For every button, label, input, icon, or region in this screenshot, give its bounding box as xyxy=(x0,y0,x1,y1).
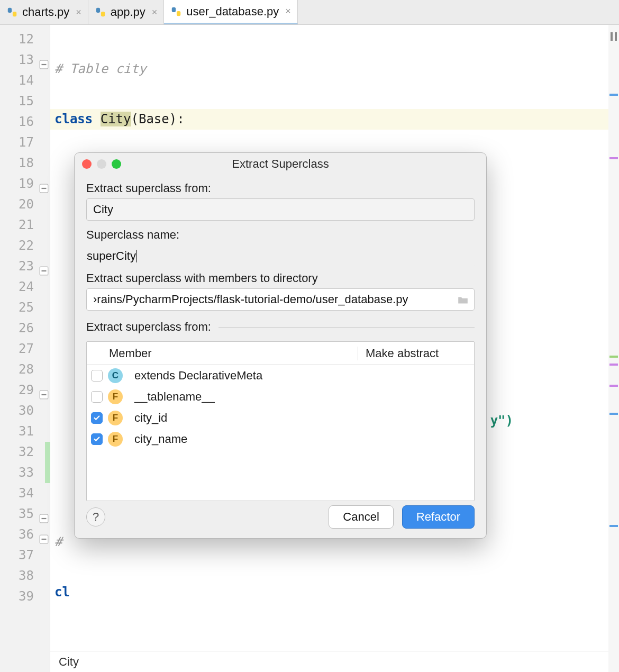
help-button[interactable]: ? xyxy=(86,507,105,526)
tab-label: charts.py xyxy=(22,5,69,19)
member-label: extends DeclarativeMeta xyxy=(132,369,474,383)
svg-rect-13 xyxy=(615,32,617,41)
field-icon: F xyxy=(108,411,123,425)
pause-icon xyxy=(610,30,617,39)
svg-rect-4 xyxy=(172,7,176,12)
window-zoom-icon[interactable] xyxy=(112,159,121,169)
fold-icon[interactable] xyxy=(39,55,49,65)
superclass-name-label: Superclass name: xyxy=(86,228,475,242)
line-number-gutter: 12 13 1415161718 19 202122 23 2425262728… xyxy=(0,25,50,672)
member-row[interactable]: Fcity_id xyxy=(87,407,474,429)
tab-label: user_database.py xyxy=(186,5,279,19)
code-text: # xyxy=(54,534,62,549)
tab-label: app.py xyxy=(111,5,145,19)
fold-icon[interactable] xyxy=(39,385,49,395)
class-icon: C xyxy=(108,368,123,383)
column-header-member[interactable]: Member xyxy=(107,347,358,360)
stripe-marker[interactable] xyxy=(609,356,618,358)
member-checkbox[interactable] xyxy=(91,391,103,403)
field-value: ›rains/PycharmProjects/flask-tutorial-de… xyxy=(93,293,408,306)
window-controls xyxy=(82,159,121,169)
code-text: y") xyxy=(490,413,513,428)
member-label: city_id xyxy=(132,411,474,425)
svg-rect-3 xyxy=(101,12,105,16)
browse-folder-icon[interactable] xyxy=(455,292,471,308)
close-icon[interactable]: × xyxy=(76,7,81,18)
member-checkbox[interactable] xyxy=(91,370,103,382)
svg-rect-5 xyxy=(177,11,180,16)
help-icon: ? xyxy=(93,510,99,524)
dialog-footer: ? Cancel Refactor xyxy=(75,501,486,538)
members-table-header: Member Make abstract xyxy=(87,342,474,365)
fold-icon[interactable] xyxy=(39,261,49,271)
member-row[interactable]: F__tablename__ xyxy=(87,386,474,407)
fold-icon[interactable] xyxy=(39,530,49,539)
breadcrumb-item[interactable]: City xyxy=(59,655,79,669)
members-table: Member Make abstract Cextends Declarativ… xyxy=(86,341,475,501)
tab-charts[interactable]: charts.py × xyxy=(0,0,88,24)
extract-from-field: City xyxy=(86,198,475,221)
divider xyxy=(219,327,475,328)
python-file-icon xyxy=(6,6,18,18)
extract-from-label: Extract superclass from: xyxy=(86,181,475,195)
member-row[interactable]: Cextends DeclarativeMeta xyxy=(87,365,474,386)
code-text: City xyxy=(101,112,131,126)
breadcrumb[interactable]: City xyxy=(50,651,619,672)
editor-tabbar: charts.py × app.py × user_database.py × xyxy=(0,0,619,25)
python-file-icon xyxy=(95,6,106,18)
text-cursor xyxy=(136,250,137,262)
stripe-marker[interactable] xyxy=(609,157,618,159)
svg-rect-12 xyxy=(611,32,613,41)
members-section-label: Extract superclass from: xyxy=(86,320,211,334)
field-icon: F xyxy=(108,389,123,404)
member-label: city_name xyxy=(132,432,474,446)
refactor-button[interactable]: Refactor xyxy=(402,505,475,529)
field-icon: F xyxy=(108,432,123,447)
code-text: cl xyxy=(54,585,70,600)
code-text: Base xyxy=(139,112,169,126)
vcs-change-marker xyxy=(45,442,50,483)
tab-app[interactable]: app.py × xyxy=(88,0,165,24)
error-stripe[interactable] xyxy=(608,25,619,672)
fold-icon[interactable] xyxy=(39,179,49,188)
stripe-marker[interactable] xyxy=(609,413,618,415)
stripe-marker[interactable] xyxy=(609,525,618,527)
dialog-title: Extract Superclass xyxy=(232,157,329,171)
fold-icon[interactable] xyxy=(39,509,49,519)
member-row[interactable]: Fcity_name xyxy=(87,429,474,450)
cancel-button[interactable]: Cancel xyxy=(329,505,393,529)
directory-label: Extract superclass with members to direc… xyxy=(86,271,475,285)
stripe-marker[interactable] xyxy=(609,94,618,96)
python-file-icon xyxy=(170,6,182,17)
svg-rect-0 xyxy=(8,8,12,13)
stripe-marker[interactable] xyxy=(609,385,618,387)
superclass-name-input[interactable]: superCity xyxy=(86,245,475,267)
member-checkbox[interactable] xyxy=(91,412,103,424)
window-minimize-icon[interactable] xyxy=(97,159,106,169)
column-header-abstract[interactable]: Make abstract xyxy=(358,347,474,360)
svg-rect-1 xyxy=(13,12,16,16)
field-value: City xyxy=(93,203,113,216)
close-icon[interactable]: × xyxy=(285,6,291,17)
stripe-marker[interactable] xyxy=(609,364,618,366)
svg-rect-2 xyxy=(96,8,100,13)
code-text: # Table city xyxy=(54,61,146,76)
extract-superclass-dialog: Extract Superclass Extract superclass fr… xyxy=(74,152,487,539)
code-text: class xyxy=(54,112,93,126)
directory-field[interactable]: ›rains/PycharmProjects/flask-tutorial-de… xyxy=(86,288,475,311)
window-close-icon[interactable] xyxy=(82,159,92,169)
tab-user-database[interactable]: user_database.py × xyxy=(164,0,297,24)
member-checkbox[interactable] xyxy=(91,433,103,445)
close-icon[interactable]: × xyxy=(152,7,158,18)
dialog-titlebar[interactable]: Extract Superclass xyxy=(75,153,486,175)
member-label: __tablename__ xyxy=(132,390,474,404)
field-value: superCity xyxy=(87,249,136,263)
